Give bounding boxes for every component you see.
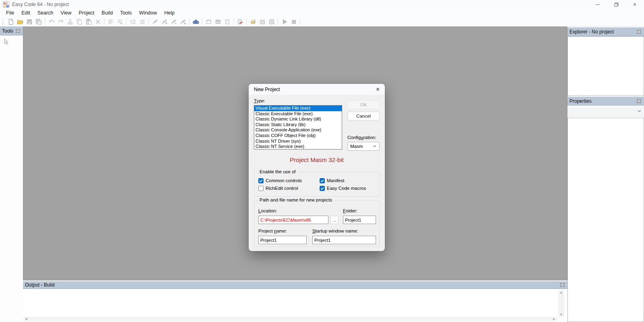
startup-window-name-input[interactable] bbox=[312, 236, 376, 244]
build-icon[interactable] bbox=[248, 17, 258, 26]
menu-view[interactable]: View bbox=[57, 9, 75, 17]
menu-tools[interactable]: Tools bbox=[116, 9, 135, 17]
startup-window-name-label: Startup window name: bbox=[312, 229, 358, 233]
project-banner: Project Masm 32-bit bbox=[249, 156, 385, 163]
menu-window[interactable]: Window bbox=[135, 9, 160, 17]
select-tool-cursor-icon[interactable] bbox=[3, 38, 9, 47]
close-button[interactable]: × bbox=[625, 0, 644, 9]
checkbox-manifest[interactable] bbox=[320, 178, 325, 183]
checkbox-common-controls[interactable] bbox=[258, 178, 264, 183]
undo-icon[interactable] bbox=[47, 17, 56, 26]
project-type-option[interactable]: Classic NT Service (exe) bbox=[254, 144, 342, 150]
run-icon[interactable] bbox=[280, 17, 289, 26]
toolbar-separator bbox=[104, 18, 104, 25]
checkbox-label: Manifest bbox=[327, 178, 344, 183]
checkbox-row: Easy Code macros bbox=[320, 185, 366, 191]
minimize-button[interactable] bbox=[588, 0, 607, 9]
restore-icon bbox=[614, 2, 619, 7]
explorer-panel-title: Explorer - No project bbox=[569, 29, 614, 35]
scroll-down-icon[interactable]: ▼ bbox=[560, 313, 563, 316]
delete-icon[interactable] bbox=[93, 17, 102, 26]
path-group: Path and file name for new projects Loca… bbox=[254, 200, 380, 247]
toolbar-grip[interactable] bbox=[2, 19, 4, 25]
menu-search[interactable]: Search bbox=[34, 9, 57, 17]
scroll-up-icon[interactable]: ▲ bbox=[560, 291, 563, 294]
project-type-list[interactable]: Visual Executable File (exe)Classic Exec… bbox=[254, 105, 342, 150]
ok-button[interactable]: OK bbox=[347, 100, 380, 109]
link-icon[interactable] bbox=[267, 17, 276, 26]
properties-grid bbox=[567, 118, 644, 322]
properties-panel-header: Properties bbox=[567, 97, 644, 106]
folder-input[interactable] bbox=[343, 216, 376, 224]
comment-lines-icon[interactable] bbox=[106, 17, 115, 26]
properties-close-icon[interactable] bbox=[636, 98, 642, 104]
properties-panel-title: Properties bbox=[569, 98, 592, 104]
project-type-option[interactable]: Visual Executable File (exe) bbox=[254, 106, 342, 111]
bookmark-clear-icon[interactable] bbox=[178, 17, 187, 26]
tools-panel-header: Tools bbox=[0, 27, 23, 35]
explorer-tree bbox=[567, 36, 644, 96]
browse-button[interactable]: ... bbox=[330, 216, 339, 224]
location-label: Location: bbox=[258, 208, 277, 213]
scroll-left-icon[interactable]: ◄ bbox=[25, 318, 28, 321]
project-type-option[interactable]: Classic Executable File (exe) bbox=[254, 111, 342, 117]
menu-build[interactable]: Build bbox=[98, 9, 116, 17]
paste-icon[interactable] bbox=[84, 17, 93, 26]
outdent-icon[interactable] bbox=[137, 17, 147, 26]
open-file-icon[interactable] bbox=[15, 17, 25, 26]
new-window-icon[interactable] bbox=[204, 17, 213, 26]
project-type-option[interactable]: Classic Dynamic Link Library (dll) bbox=[254, 116, 342, 122]
location-input[interactable] bbox=[258, 216, 328, 224]
output-log: ▲ ▼ ◄ ► bbox=[23, 289, 567, 322]
save-icon[interactable] bbox=[25, 17, 34, 26]
svg-text:EC: EC bbox=[4, 2, 8, 5]
menu-help[interactable]: Help bbox=[161, 9, 179, 17]
project-properties-icon[interactable] bbox=[235, 17, 245, 26]
app-icon: EC bbox=[3, 1, 9, 8]
new-dialog-icon[interactable] bbox=[213, 17, 222, 26]
project-type-option[interactable]: Classic NT Driver (sys) bbox=[254, 139, 342, 144]
project-type-option[interactable]: Classic Console Application (exe) bbox=[254, 127, 342, 133]
menu-project[interactable]: Project bbox=[75, 9, 98, 17]
explorer-close-icon[interactable] bbox=[636, 29, 642, 34]
menu-file[interactable]: File bbox=[2, 9, 18, 17]
bookmark-toggle-icon[interactable] bbox=[150, 17, 160, 26]
uncomment-lines-icon[interactable] bbox=[115, 17, 125, 26]
tools-palette bbox=[0, 35, 23, 322]
checkbox-easy-code-macros[interactable] bbox=[320, 186, 325, 191]
scroll-right-icon[interactable]: ► bbox=[553, 318, 556, 321]
horizontal-scrollbar[interactable]: ◄ ► bbox=[23, 317, 557, 322]
vertical-scrollbar[interactable]: ▲ ▼ bbox=[558, 290, 564, 317]
new-document-icon[interactable] bbox=[222, 17, 232, 26]
checkbox-richedit-control[interactable] bbox=[258, 186, 264, 191]
assemble-icon[interactable] bbox=[258, 17, 267, 26]
properties-object-select[interactable] bbox=[567, 106, 644, 116]
cut-icon[interactable] bbox=[65, 17, 75, 26]
menu-edit[interactable]: Edit bbox=[18, 9, 34, 17]
save-all-icon[interactable] bbox=[34, 17, 43, 26]
configuration-select[interactable]: Masm bbox=[347, 142, 380, 151]
find-icon[interactable] bbox=[191, 17, 200, 26]
project-type-option[interactable]: Classic Static Library (lib) bbox=[254, 122, 342, 128]
configuration-label: Configuration: bbox=[347, 135, 376, 140]
dialog-title-bar[interactable]: New Project × bbox=[249, 84, 385, 95]
output-close-icon[interactable] bbox=[559, 283, 565, 288]
copy-icon[interactable] bbox=[75, 17, 84, 26]
bookmark-previous-icon[interactable] bbox=[169, 17, 178, 26]
project-name-input[interactable] bbox=[258, 236, 307, 244]
redo-icon[interactable] bbox=[56, 17, 65, 26]
dialog-close-icon[interactable]: × bbox=[376, 86, 380, 93]
menu-bar: FileEditSearchViewProjectBuildToolsWindo… bbox=[0, 9, 644, 17]
chevron-down-icon bbox=[372, 144, 377, 149]
toolbar-separator bbox=[189, 18, 189, 25]
stop-icon[interactable] bbox=[289, 17, 298, 26]
bookmark-next-icon[interactable] bbox=[160, 17, 169, 26]
indent-icon[interactable] bbox=[128, 17, 137, 26]
tools-close-icon[interactable] bbox=[15, 28, 21, 33]
toolbar-separator bbox=[202, 18, 202, 25]
checkbox-grid: Common controlsManifestRichEdit controlE… bbox=[258, 178, 366, 191]
project-type-option[interactable]: Classic COFF Object File (obj) bbox=[254, 133, 342, 139]
new-file-icon[interactable] bbox=[6, 17, 15, 26]
restore-button[interactable] bbox=[607, 0, 625, 9]
cancel-button[interactable]: Cancel bbox=[347, 112, 380, 120]
